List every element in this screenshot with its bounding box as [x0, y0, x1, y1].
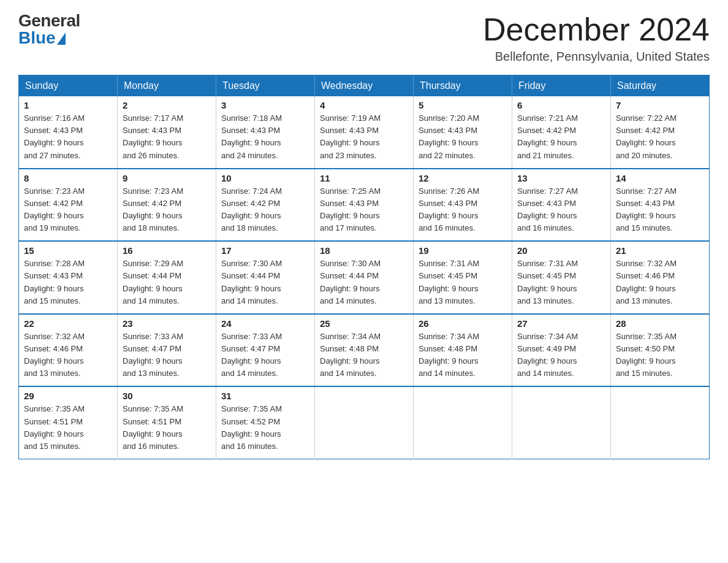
- day-info: Sunrise: 7:23 AM Sunset: 4:42 PM Dayligh…: [123, 185, 211, 235]
- week-row-5: 29 Sunrise: 7:35 AM Sunset: 4:51 PM Dayl…: [19, 386, 710, 459]
- calendar-cell: 17 Sunrise: 7:30 AM Sunset: 4:44 PM Dayl…: [216, 241, 315, 314]
- calendar-cell: 12 Sunrise: 7:26 AM Sunset: 4:43 PM Dayl…: [414, 169, 512, 242]
- calendar-cell: 20 Sunrise: 7:31 AM Sunset: 4:45 PM Dayl…: [512, 241, 611, 314]
- day-number: 15: [24, 245, 112, 256]
- calendar-cell: 9 Sunrise: 7:23 AM Sunset: 4:42 PM Dayli…: [118, 169, 216, 242]
- calendar-cell: 26 Sunrise: 7:34 AM Sunset: 4:48 PM Dayl…: [414, 314, 512, 387]
- calendar-cell: 6 Sunrise: 7:21 AM Sunset: 4:42 PM Dayli…: [512, 96, 611, 169]
- day-number: 24: [221, 318, 309, 329]
- day-number: 20: [517, 245, 605, 256]
- day-info: Sunrise: 7:27 AM Sunset: 4:43 PM Dayligh…: [517, 185, 605, 235]
- day-number: 14: [616, 173, 704, 183]
- day-info: Sunrise: 7:30 AM Sunset: 4:44 PM Dayligh…: [320, 258, 408, 307]
- day-info: Sunrise: 7:21 AM Sunset: 4:42 PM Dayligh…: [517, 112, 605, 162]
- location: Bellefonte, Pennsylvania, United States: [483, 50, 710, 64]
- calendar-cell: 31 Sunrise: 7:35 AM Sunset: 4:52 PM Dayl…: [216, 386, 315, 459]
- day-number: 31: [221, 391, 309, 401]
- calendar-cell: 24 Sunrise: 7:33 AM Sunset: 4:47 PM Dayl…: [216, 314, 315, 387]
- calendar-cell: 14 Sunrise: 7:27 AM Sunset: 4:43 PM Dayl…: [611, 169, 710, 242]
- calendar-cell: 1 Sunrise: 7:16 AM Sunset: 4:43 PM Dayli…: [19, 96, 118, 169]
- day-number: 17: [221, 245, 309, 256]
- day-info: Sunrise: 7:32 AM Sunset: 4:46 PM Dayligh…: [24, 331, 112, 380]
- day-number: 23: [123, 318, 211, 329]
- calendar-cell: 15 Sunrise: 7:28 AM Sunset: 4:43 PM Dayl…: [19, 241, 118, 314]
- day-number: 6: [517, 100, 605, 110]
- page-header: General Blue December 2024 Bellefonte, P…: [18, 12, 710, 64]
- day-number: 13: [517, 173, 605, 183]
- day-info: Sunrise: 7:30 AM Sunset: 4:44 PM Dayligh…: [221, 258, 309, 307]
- day-info: Sunrise: 7:24 AM Sunset: 4:42 PM Dayligh…: [221, 185, 309, 235]
- day-info: Sunrise: 7:27 AM Sunset: 4:43 PM Dayligh…: [616, 185, 704, 235]
- day-header-wednesday: Wednesday: [315, 75, 414, 97]
- day-info: Sunrise: 7:34 AM Sunset: 4:48 PM Dayligh…: [419, 331, 507, 380]
- day-number: 2: [123, 100, 211, 110]
- calendar-cell: 3 Sunrise: 7:18 AM Sunset: 4:43 PM Dayli…: [216, 96, 315, 169]
- day-header-friday: Friday: [512, 75, 611, 97]
- calendar-cell: 4 Sunrise: 7:19 AM Sunset: 4:43 PM Dayli…: [315, 96, 414, 169]
- week-row-2: 8 Sunrise: 7:23 AM Sunset: 4:42 PM Dayli…: [19, 169, 710, 242]
- day-info: Sunrise: 7:35 AM Sunset: 4:50 PM Dayligh…: [616, 331, 704, 380]
- day-header-monday: Monday: [118, 75, 216, 97]
- day-number: 16: [123, 245, 211, 256]
- day-number: 4: [320, 100, 408, 110]
- calendar-cell: 13 Sunrise: 7:27 AM Sunset: 4:43 PM Dayl…: [512, 169, 611, 242]
- calendar-cell: 21 Sunrise: 7:32 AM Sunset: 4:46 PM Dayl…: [611, 241, 710, 314]
- month-title: December 2024: [483, 12, 710, 47]
- week-row-3: 15 Sunrise: 7:28 AM Sunset: 4:43 PM Dayl…: [19, 241, 710, 314]
- calendar-cell: 7 Sunrise: 7:22 AM Sunset: 4:42 PM Dayli…: [611, 96, 710, 169]
- day-info: Sunrise: 7:19 AM Sunset: 4:43 PM Dayligh…: [320, 112, 408, 162]
- calendar-cell: 29 Sunrise: 7:35 AM Sunset: 4:51 PM Dayl…: [19, 386, 118, 459]
- day-number: 10: [221, 173, 309, 183]
- week-row-4: 22 Sunrise: 7:32 AM Sunset: 4:46 PM Dayl…: [19, 314, 710, 387]
- day-info: Sunrise: 7:25 AM Sunset: 4:43 PM Dayligh…: [320, 185, 408, 235]
- calendar-cell: 11 Sunrise: 7:25 AM Sunset: 4:43 PM Dayl…: [315, 169, 414, 242]
- calendar-cell: [315, 386, 414, 459]
- day-number: 21: [616, 245, 704, 256]
- day-headers-row: SundayMondayTuesdayWednesdayThursdayFrid…: [19, 75, 710, 97]
- calendar-cell: 27 Sunrise: 7:34 AM Sunset: 4:49 PM Dayl…: [512, 314, 611, 387]
- calendar-cell: 10 Sunrise: 7:24 AM Sunset: 4:42 PM Dayl…: [216, 169, 315, 242]
- day-info: Sunrise: 7:26 AM Sunset: 4:43 PM Dayligh…: [419, 185, 507, 235]
- calendar-cell: [611, 386, 710, 459]
- calendar-cell: [512, 386, 611, 459]
- logo-triangle-icon: [57, 33, 66, 45]
- day-number: 29: [24, 391, 112, 401]
- day-number: 26: [419, 318, 507, 329]
- day-header-saturday: Saturday: [611, 75, 710, 97]
- day-info: Sunrise: 7:31 AM Sunset: 4:45 PM Dayligh…: [517, 258, 605, 307]
- day-number: 11: [320, 173, 408, 183]
- calendar-cell: 30 Sunrise: 7:35 AM Sunset: 4:51 PM Dayl…: [118, 386, 216, 459]
- day-header-tuesday: Tuesday: [216, 75, 315, 97]
- day-number: 8: [24, 173, 112, 183]
- calendar-cell: 23 Sunrise: 7:33 AM Sunset: 4:47 PM Dayl…: [118, 314, 216, 387]
- day-number: 19: [419, 245, 507, 256]
- logo: General Blue: [18, 12, 80, 47]
- day-number: 25: [320, 318, 408, 329]
- day-number: 12: [419, 173, 507, 183]
- day-info: Sunrise: 7:34 AM Sunset: 4:49 PM Dayligh…: [517, 331, 605, 380]
- day-number: 28: [616, 318, 704, 329]
- day-info: Sunrise: 7:35 AM Sunset: 4:51 PM Dayligh…: [24, 403, 112, 453]
- day-info: Sunrise: 7:35 AM Sunset: 4:51 PM Dayligh…: [123, 403, 211, 453]
- day-info: Sunrise: 7:33 AM Sunset: 4:47 PM Dayligh…: [123, 331, 211, 380]
- day-info: Sunrise: 7:18 AM Sunset: 4:43 PM Dayligh…: [221, 112, 309, 162]
- day-info: Sunrise: 7:31 AM Sunset: 4:45 PM Dayligh…: [419, 258, 507, 307]
- calendar-cell: 16 Sunrise: 7:29 AM Sunset: 4:44 PM Dayl…: [118, 241, 216, 314]
- day-number: 18: [320, 245, 408, 256]
- day-info: Sunrise: 7:22 AM Sunset: 4:42 PM Dayligh…: [616, 112, 704, 162]
- day-number: 27: [517, 318, 605, 329]
- day-info: Sunrise: 7:28 AM Sunset: 4:43 PM Dayligh…: [24, 258, 112, 307]
- calendar-cell: 2 Sunrise: 7:17 AM Sunset: 4:43 PM Dayli…: [118, 96, 216, 169]
- calendar-cell: 28 Sunrise: 7:35 AM Sunset: 4:50 PM Dayl…: [611, 314, 710, 387]
- day-number: 1: [24, 100, 112, 110]
- day-number: 22: [24, 318, 112, 329]
- calendar-cell: 19 Sunrise: 7:31 AM Sunset: 4:45 PM Dayl…: [414, 241, 512, 314]
- calendar-cell: 5 Sunrise: 7:20 AM Sunset: 4:43 PM Dayli…: [414, 96, 512, 169]
- day-info: Sunrise: 7:17 AM Sunset: 4:43 PM Dayligh…: [123, 112, 211, 162]
- day-number: 30: [123, 391, 211, 401]
- title-block: December 2024 Bellefonte, Pennsylvania, …: [483, 12, 710, 64]
- logo-general-text: General: [18, 12, 80, 29]
- day-header-thursday: Thursday: [414, 75, 512, 97]
- calendar-table: SundayMondayTuesdayWednesdayThursdayFrid…: [18, 75, 710, 459]
- logo-blue-text: Blue: [18, 29, 66, 47]
